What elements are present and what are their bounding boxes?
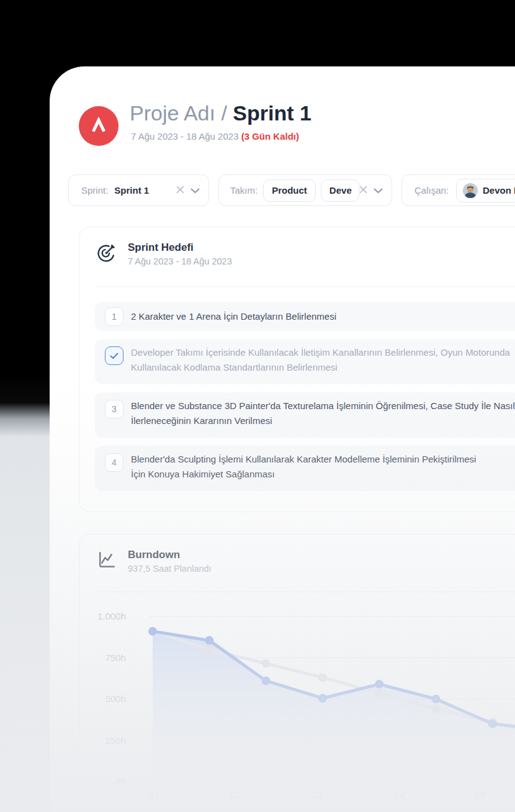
svg-text:D3: D3 bbox=[311, 790, 323, 800]
goal-item-4: 4 Blender'da Sculpting İşlemi Kullanılar… bbox=[95, 446, 515, 491]
filter-employee[interactable]: Çalışan: Devon La bbox=[401, 174, 515, 206]
goal-check-badge[interactable] bbox=[105, 346, 123, 365]
burndown-card: Burndown 937,5 Saat Planlandı 1.000h750h… bbox=[79, 534, 515, 812]
days-left-badge: (3 Gün Kaldı) bbox=[241, 131, 299, 142]
filter-team[interactable]: Takım: Product Deve bbox=[218, 174, 392, 206]
date-range: 7 Ağu 2023 - 18 Ağu 2023 bbox=[131, 131, 239, 142]
project-name: Proje Adı bbox=[130, 101, 215, 125]
svg-text:D1: D1 bbox=[148, 790, 159, 800]
svg-text:1.000h: 1.000h bbox=[97, 611, 126, 621]
divider bbox=[95, 592, 515, 592]
chart-area-fill bbox=[153, 631, 515, 782]
line-chart-icon bbox=[95, 549, 118, 572]
svg-text:250h: 250h bbox=[105, 735, 126, 746]
sprint-goal-title: Sprint Hedefi bbox=[128, 241, 232, 254]
target-arrow-icon bbox=[95, 241, 118, 264]
goal-text-line2: İçin Konuya Hakimiyet Sağlanması bbox=[131, 467, 476, 482]
employee-name: Devon La bbox=[483, 185, 515, 196]
svg-text:D2: D2 bbox=[230, 790, 241, 800]
filter-sprint-value: Sprint 1 bbox=[114, 185, 149, 196]
burndown-subtitle: 937,5 Saat Planlandı bbox=[128, 564, 212, 574]
team-chip-product[interactable]: Product bbox=[263, 179, 316, 202]
divider bbox=[95, 286, 515, 287]
caret-up-icon bbox=[86, 114, 111, 138]
goal-text: 2 Karakter ve 1 Arena İçin Detayların Be… bbox=[131, 309, 336, 324]
sprint-goal-subtitle: 7 Ağu 2023 - 18 Ağu 2023 bbox=[128, 256, 232, 266]
close-icon[interactable] bbox=[359, 185, 367, 196]
user-avatar bbox=[463, 183, 478, 198]
sprint-name: Sprint 1 bbox=[233, 101, 311, 125]
burndown-chart: 1.000h750h500h250h0hD1D2D3D4D5 bbox=[76, 595, 515, 812]
dashboard-card: Proje Adı / Sprint 1 7 Ağu 2023 - 18 Ağu… bbox=[50, 66, 515, 812]
goal-number-badge: 3 bbox=[105, 400, 123, 418]
goal-text-line2: İlerleneceğinin Kararının Verilmesi bbox=[131, 413, 515, 428]
goal-list: 1 2 Karakter ve 1 Arena İçin Detayların … bbox=[95, 302, 515, 499]
title-separator: / bbox=[215, 101, 233, 125]
app-logo bbox=[79, 106, 119, 146]
sprint-dates: 7 Ağu 2023 - 18 Ağu 2023 (3 Gün Kaldı) bbox=[131, 131, 299, 142]
goal-text-line1: Developer Takımı İçerisinde Kullanılacak… bbox=[131, 345, 510, 360]
burndown-title: Burndown bbox=[128, 549, 212, 561]
goal-number-badge: 4 bbox=[105, 453, 123, 472]
goal-text-line1: Blender ve Substance 3D Painter'da Textu… bbox=[131, 399, 515, 413]
chevron-down-icon[interactable] bbox=[374, 185, 383, 196]
close-icon[interactable] bbox=[176, 185, 184, 196]
svg-text:0h: 0h bbox=[115, 776, 126, 787]
sprint-goal-card: Sprint Hedefi 7 Ağu 2023 - 18 Ağu 2023 1… bbox=[79, 227, 515, 512]
goal-text-line1: Blender'da Sculpting İşlemi Kullanılarak… bbox=[131, 452, 476, 467]
filter-sprint[interactable]: Sprint: Sprint 1 bbox=[68, 174, 209, 206]
chevron-down-icon[interactable] bbox=[190, 185, 200, 196]
goal-text-line2: Kullanılacak Kodlama Standartlarının Bel… bbox=[131, 360, 510, 375]
filter-employee-label: Çalışan: bbox=[414, 185, 449, 196]
svg-text:500h: 500h bbox=[105, 693, 126, 704]
employee-chip[interactable]: Devon La bbox=[456, 179, 515, 202]
goal-number-badge: 1 bbox=[105, 307, 123, 326]
goal-item-1: 1 2 Karakter ve 1 Arena İçin Detayların … bbox=[95, 302, 515, 331]
filter-sprint-label: Sprint: bbox=[81, 185, 108, 196]
goal-item-3: 3 Blender ve Substance 3D Painter'da Tex… bbox=[95, 392, 515, 438]
team-chip-developer[interactable]: Deve bbox=[321, 179, 359, 202]
page-title: Proje Adı / Sprint 1 bbox=[130, 101, 311, 125]
filter-team-label: Takım: bbox=[230, 185, 258, 196]
svg-text:D5: D5 bbox=[475, 790, 486, 800]
svg-text:D4: D4 bbox=[393, 790, 405, 800]
goal-item-2: Developer Takımı İçerisinde Kullanılacak… bbox=[95, 339, 515, 384]
svg-text:750h: 750h bbox=[105, 652, 126, 663]
